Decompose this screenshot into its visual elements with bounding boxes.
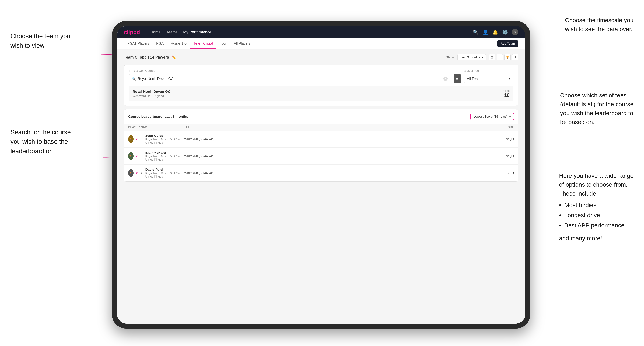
course-location: Westward Ho!, England — [133, 94, 170, 98]
search-icon[interactable]: 🔍 — [472, 29, 479, 35]
search-row: 🔍 Royal North Devon GC ✕ ★ — [129, 74, 461, 83]
tee-1: White (M) (6,744 yds) — [184, 137, 437, 141]
search-clear-button[interactable]: ✕ — [444, 77, 448, 81]
player-cell-3: 🏌 ♥ 3 David Ford Royal North Devon Golf … — [128, 168, 184, 178]
subnav-all-players[interactable]: All Players — [230, 38, 254, 49]
nav-teams[interactable]: Teams — [166, 30, 178, 34]
annotation-bottom-right: Choose which set of tees (default is all… — [560, 91, 634, 127]
subnav-team-clippd[interactable]: Team Clippd — [190, 38, 216, 49]
table-row: 🏌 ♥ 1 Blair McHarg Royal North Devon Gol… — [124, 148, 518, 165]
favorite-button[interactable]: ★ — [454, 74, 461, 83]
annotation-top-right: Choose the timescale you wish to see the… — [565, 16, 634, 33]
tee-label: Select Tee — [464, 69, 513, 73]
trophy-view-button[interactable]: 🏆 — [504, 54, 511, 60]
nav-my-performance[interactable]: My Performance — [183, 30, 212, 34]
show-label: Show: — [446, 56, 455, 59]
course-info: Royal North Devon GC Westward Ho!, Engla… — [133, 90, 170, 98]
heart-icon-2[interactable]: ♥ — [136, 154, 138, 158]
player-name-3: David Ford — [146, 168, 184, 172]
score-2: 72 (E) — [486, 154, 514, 158]
ipad-frame: clippd Home Teams My Performance 🔍 👤 🔔 ⚙… — [112, 21, 530, 329]
nav-home[interactable]: Home — [150, 30, 161, 34]
col-tee: TEE — [184, 126, 437, 129]
score-1: 72 (E) — [486, 137, 514, 141]
tee-section: Select Tee All Tees ▾ — [464, 69, 513, 83]
search-icon: 🔍 — [132, 77, 136, 81]
course-search-input[interactable]: 🔍 Royal North Devon GC ✕ — [129, 74, 450, 83]
user-avatar[interactable]: ▾ — [512, 29, 518, 35]
table-header: PLAYER NAME TEE SCORE — [124, 124, 518, 131]
score-3: 73 (+1) — [486, 171, 514, 175]
team-title: Team Clippd | 14 Players — [124, 55, 169, 60]
annotation-bottom-left: Search for the course you wish to base t… — [10, 128, 71, 156]
subnav-pga[interactable]: PGA — [153, 38, 167, 49]
edit-icon[interactable]: ✏️ — [172, 55, 176, 59]
course-result: Royal North Devon GC Westward Ho!, Engla… — [129, 86, 513, 101]
course-search-label: Find a Golf Course — [129, 69, 461, 73]
tee-3: White (M) (6,744 yds) — [184, 171, 437, 175]
download-button[interactable]: ⬇ — [512, 54, 518, 60]
score-filter-dropdown[interactable]: Lowest Score (18 holes) ▾ — [470, 113, 514, 120]
player-cell-2: 🏌 ♥ 1 Blair McHarg Royal North Devon Gol… — [128, 151, 184, 161]
team-header: Team Clippd | 14 Players ✏️ Show: Last 3… — [124, 54, 518, 60]
grid-view-button[interactable]: ⊞ — [489, 54, 495, 60]
tee-2: White (M) (6,744 yds) — [184, 154, 437, 158]
navbar: clippd Home Teams My Performance 🔍 👤 🔔 ⚙… — [117, 26, 525, 38]
annotation-top-left: Choose the team you wish to view. — [10, 31, 70, 50]
player-name-1: Josh Coles — [146, 134, 184, 138]
holes-label: Holes — [502, 89, 510, 92]
player-club-2: Royal North Devon Golf Club, United King… — [146, 155, 184, 161]
heart-icon-3[interactable]: ♥ — [136, 171, 138, 175]
brand-logo: clippd — [124, 29, 140, 35]
player-avatar-2: 🏌 — [128, 152, 134, 160]
player-info-3: David Ford Royal North Devon Golf Club, … — [146, 168, 184, 178]
col-player: PLAYER NAME — [128, 126, 184, 129]
score-options-list: Most birdies Longest drive Best APP perf… — [559, 200, 634, 230]
view-icons: ⊞ ☰ 🏆 ⬇ — [489, 54, 518, 60]
table-row: 🏌 ♥ 1 Josh Coles Royal North Devon Golf … — [124, 131, 518, 148]
subnav-pgat[interactable]: PGAT Players — [124, 38, 153, 49]
chevron-down-icon: ▾ — [509, 115, 511, 119]
list-view-button[interactable]: ☰ — [497, 54, 503, 60]
navbar-icons: 🔍 👤 🔔 ⚙️ ▾ — [472, 29, 518, 35]
course-search-value: Royal North Devon GC — [138, 77, 442, 81]
subnav-tour[interactable]: Tour — [216, 38, 230, 49]
ipad-screen: clippd Home Teams My Performance 🔍 👤 🔔 ⚙… — [117, 26, 525, 324]
rank-1: 1 — [140, 137, 143, 141]
leaderboard-header: Course Leaderboard, Last 3 months Lowest… — [124, 109, 518, 124]
player-avatar-1: 🏌 — [128, 135, 134, 143]
navbar-links: Home Teams My Performance — [150, 30, 212, 34]
player-info-2: Blair McHarg Royal North Devon Golf Club… — [146, 151, 184, 161]
rank-3: 3 — [140, 171, 143, 175]
holes-number: 18 — [502, 92, 510, 98]
player-name-2: Blair McHarg — [146, 151, 184, 155]
subnav-hcaps[interactable]: Hcaps 1-5 — [167, 38, 190, 49]
player-info-1: Josh Coles Royal North Devon Golf Club, … — [146, 134, 184, 144]
person-icon[interactable]: 👤 — [482, 29, 488, 35]
app-container: clippd Home Teams My Performance 🔍 👤 🔔 ⚙… — [117, 26, 525, 324]
main-content: Team Clippd | 14 Players ✏️ Show: Last 3… — [117, 49, 525, 324]
bell-icon[interactable]: 🔔 — [492, 29, 498, 35]
course-name: Royal North Devon GC — [133, 90, 170, 94]
player-cell-1: 🏌 ♥ 1 Josh Coles Royal North Devon Golf … — [128, 134, 184, 144]
annotation-score-options: Here you have a wide range of options to… — [559, 171, 634, 243]
heart-icon-1[interactable]: ♥ — [136, 137, 138, 141]
time-period-dropdown[interactable]: Last 3 months ▾ — [458, 54, 486, 60]
chevron-down-icon: ▾ — [482, 55, 483, 59]
player-club-1: Royal North Devon Golf Club, United King… — [146, 138, 184, 144]
table-row: 🏌 ♥ 3 David Ford Royal North Devon Golf … — [124, 165, 518, 181]
player-club-3: Royal North Devon Golf Club, United King… — [146, 172, 184, 178]
tee-dropdown[interactable]: All Tees ▾ — [464, 74, 513, 83]
col-score: SCORE — [486, 126, 514, 129]
search-section: Find a Golf Course 🔍 Royal North Devon G… — [124, 65, 518, 106]
settings-icon[interactable]: ⚙️ — [502, 29, 508, 35]
add-team-button[interactable]: Add Team — [497, 40, 518, 47]
leaderboard-section: Course Leaderboard, Last 3 months Lowest… — [124, 109, 518, 181]
holes-badge: Holes 18 — [502, 89, 510, 98]
chevron-down-icon: ▾ — [509, 77, 511, 81]
sub-navbar: PGAT Players PGA Hcaps 1-5 Team Clippd T… — [117, 38, 525, 49]
player-avatar-3: 🏌 — [128, 169, 134, 177]
rank-2: 1 — [140, 154, 143, 158]
leaderboard-title: Course Leaderboard, Last 3 months — [128, 115, 188, 119]
